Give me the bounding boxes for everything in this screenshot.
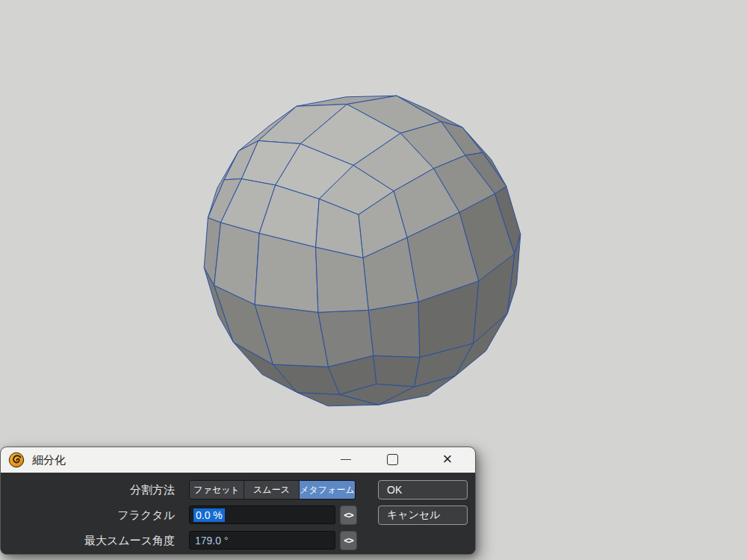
subdivision-dialog: 細分化 × 分割方法 ファセット スムース メタフォーム OK フラクタル 0.… <box>0 447 476 555</box>
angle-brackets-icon: <> <box>344 510 353 520</box>
segment-smooth[interactable]: スムース <box>244 481 299 499</box>
dialog-titlebar[interactable]: 細分化 × <box>1 447 475 473</box>
angle-brackets-icon: <> <box>344 535 353 546</box>
max-smooth-angle-spinner[interactable]: <> <box>340 531 357 550</box>
max-smooth-angle-value: 179.0 ° <box>193 535 229 547</box>
segment-facet[interactable]: ファセット <box>190 481 244 499</box>
metasequoia-logo-icon <box>8 452 25 468</box>
max-smooth-angle-label: 最大スムース角度 <box>1 531 180 550</box>
division-method-label: 分割方法 <box>1 480 180 500</box>
segment-metaform[interactable]: メタフォーム <box>299 481 355 499</box>
dialog-title: 細分化 <box>32 453 66 467</box>
maximize-button[interactable] <box>376 447 408 472</box>
fractal-value: 0.0 % <box>193 508 225 522</box>
ok-button[interactable]: OK <box>378 480 468 500</box>
fractal-input[interactable]: 0.0 % <box>189 505 335 524</box>
close-icon: × <box>443 451 453 467</box>
minimize-button[interactable] <box>330 447 362 472</box>
fractal-label: フラクタル <box>1 505 180 524</box>
minimize-icon <box>341 459 351 460</box>
maximize-icon <box>387 454 398 465</box>
close-button[interactable]: × <box>432 447 463 472</box>
max-smooth-angle-input[interactable]: 179.0 ° <box>189 531 335 550</box>
cancel-button[interactable]: キャンセル <box>378 505 468 525</box>
division-method-segments: ファセット スムース メタフォーム <box>189 480 356 500</box>
dialog-body: 分割方法 ファセット スムース メタフォーム OK フラクタル 0.0 % <>… <box>1 473 475 554</box>
fractal-spinner[interactable]: <> <box>340 505 357 525</box>
